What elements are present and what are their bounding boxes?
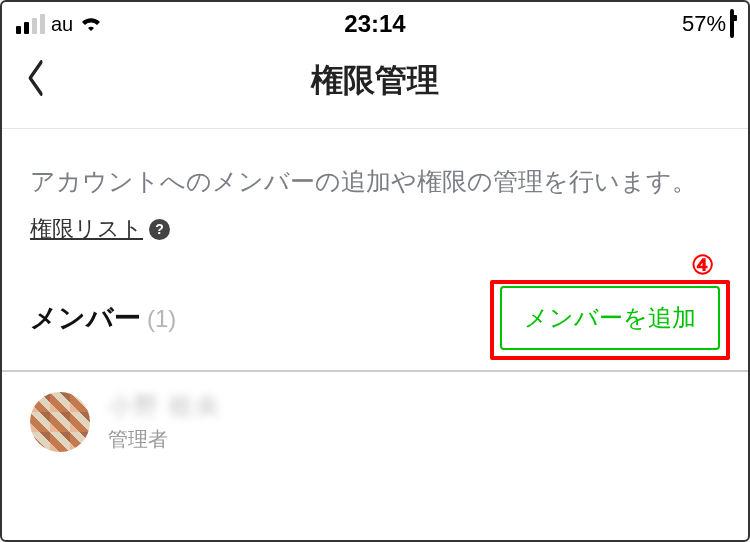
wifi-icon [79, 11, 103, 37]
screen-frame: au 23:14 57% 権限管理 アカウントへのメンバーの追加や権限の管理を行… [0, 0, 750, 542]
permission-list-link[interactable]: 権限リスト [30, 214, 143, 244]
count-value: 1 [155, 305, 168, 332]
avatar-image-blurred [30, 392, 90, 452]
annotation-label: ④ [691, 250, 714, 281]
add-button-wrap: メンバーを追加 ④ [500, 286, 720, 350]
count-open: ( [147, 305, 155, 332]
avatar [30, 392, 90, 452]
description-text: アカウントへのメンバーの追加や権限の管理を行います。 [30, 159, 720, 204]
back-button[interactable] [27, 60, 42, 102]
carrier-label: au [51, 13, 73, 36]
nav-header: 権限管理 [2, 42, 748, 128]
status-left: au [16, 11, 103, 37]
member-role: 管理者 [108, 426, 221, 453]
add-member-button[interactable]: メンバーを追加 [500, 286, 720, 350]
status-bar: au 23:14 57% [2, 2, 748, 42]
member-header: メンバー (1) メンバーを追加 ④ [2, 244, 748, 370]
member-heading: メンバー [30, 300, 141, 336]
member-heading-group: メンバー (1) [30, 300, 176, 336]
clock: 23:14 [344, 10, 405, 38]
battery-icon [730, 11, 734, 37]
signal-icon [16, 14, 45, 34]
member-info: 小野 稔央 管理者 [108, 390, 221, 453]
content-block: アカウントへのメンバーの追加や権限の管理を行います。 権限リスト ? [2, 129, 748, 244]
help-icon[interactable]: ? [149, 219, 170, 240]
status-right: 57% [682, 11, 734, 37]
count-close: ) [168, 305, 176, 332]
member-name-blurred: 小野 稔央 [108, 390, 221, 422]
member-count: (1) [147, 305, 176, 333]
battery-percent: 57% [682, 11, 726, 37]
page-title: 権限管理 [311, 59, 439, 103]
member-list-item[interactable]: 小野 稔央 管理者 [2, 372, 748, 471]
permission-list-row: 権限リスト ? [30, 214, 720, 244]
